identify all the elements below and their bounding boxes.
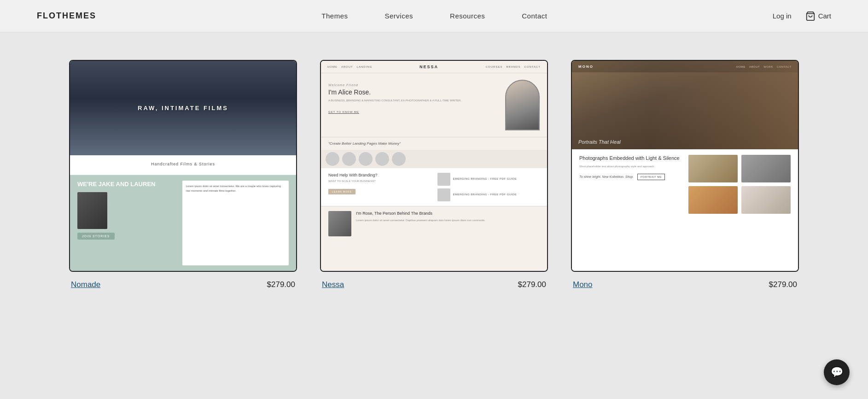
mono-cta-text: To shine bright. New Kollektion. Shop. [579, 175, 634, 179]
main-nav: Themes Services Resources Contact [321, 12, 547, 20]
nomade-info: Nomade $279.00 [69, 280, 297, 289]
nessa-hero: Welcome Friend I'm Alice Rose. A BUSINES… [321, 73, 547, 137]
nomade-price: $279.00 [267, 280, 295, 289]
mono-content-right [688, 155, 791, 265]
mono-img-row-2 [688, 186, 791, 214]
mono-content-left: Photographs Embedded with Light & Silenc… [579, 155, 682, 265]
mono-hero: MONO HOME ABOUT WORK CONTACT Portraits T… [572, 61, 798, 149]
nav-services[interactable]: Services [385, 12, 414, 20]
product-card-nessa: HOME ABOUT LANDING NESSA COURSES BRANDS … [320, 60, 548, 289]
nessa-price: $279.00 [518, 280, 546, 289]
nessa-cta: GET TO KNOW ME [328, 111, 359, 114]
nomade-cta-btn: JOIN STORIES [77, 233, 115, 240]
mono-img-row-1 [688, 155, 791, 182]
nessa-nav-left: HOME ABOUT LANDING [327, 65, 372, 68]
mono-thumbnail[interactable]: MONO HOME ABOUT WORK CONTACT Portraits T… [571, 60, 799, 272]
nomade-hero-text: RAW, INTIMATE FILMS [138, 105, 228, 111]
nomade-preview: RAW, INTIMATE FILMS Handcrafted Films & … [70, 61, 296, 271]
nomade-bottom-right: Lorem ipsum dolor sit amet consectetur. … [182, 181, 289, 265]
nessa-service-right: EMERGING BRANDING - FREE PDF GUIDE EMERG… [437, 173, 540, 201]
nomade-name[interactable]: Nomade [71, 280, 100, 289]
nessa-about-text: I'm Rose, The Person Behind The Brands L… [356, 211, 540, 236]
product-card-mono: MONO HOME ABOUT WORK CONTACT Portraits T… [571, 60, 799, 289]
nessa-about-img [328, 211, 351, 236]
nessa-service-sub: WANT TO SCALE YOUR BUSINESS? [328, 179, 431, 183]
mono-cta-row: To shine bright. New Kollektion. Shop. P… [579, 174, 682, 180]
nessa-nav-link-6: CONTACT [524, 65, 541, 68]
mono-img-3 [688, 186, 738, 214]
login-link[interactable]: Log in [773, 12, 792, 20]
nessa-nav-logo: NESSA [419, 65, 438, 69]
site-logo[interactable]: FLOTHEMES [37, 11, 96, 21]
mono-content-text: Short placeholder text about photography… [579, 164, 682, 169]
nessa-social-1 [326, 152, 339, 166]
nessa-preview: HOME ABOUT LANDING NESSA COURSES BRANDS … [321, 61, 547, 271]
nessa-social-2 [342, 152, 356, 166]
nessa-nav-link-3: LANDING [357, 65, 373, 68]
mono-img-1 [688, 155, 738, 182]
nav-contact[interactable]: Contact [522, 12, 547, 20]
nessa-nav: HOME ABOUT LANDING NESSA COURSES BRANDS … [321, 61, 547, 73]
mono-person-shape [651, 61, 798, 149]
nessa-nav-right: COURSES BRANDS CONTACT [486, 65, 541, 68]
nomade-desc: Lorem ipsum dolor sit amet consectetur. … [186, 184, 285, 193]
nessa-guide-2: EMERGING BRANDING - FREE PDF GUIDE [437, 188, 540, 201]
nav-themes[interactable]: Themes [321, 12, 348, 20]
nomade-bottom: WE'RE JAKE AND LAUREN JOIN STORIES Lorem… [70, 175, 296, 271]
nomade-big-text: WE'RE JAKE AND LAUREN [77, 181, 177, 188]
chat-button[interactable]: 💬 [824, 359, 850, 385]
nessa-info: Nessa $279.00 [320, 280, 548, 289]
nessa-about: I'm Rose, The Person Behind The Brands L… [321, 206, 547, 241]
nessa-guide-img-2 [437, 188, 450, 201]
header-right: Log in Cart [773, 11, 831, 21]
nessa-desc: A BUSINESS, BRANDING & MARKETING CONSULT… [328, 99, 500, 103]
nessa-social-4 [375, 152, 389, 166]
mono-content-title: Photographs Embedded with Light & Silenc… [579, 155, 682, 162]
nessa-social-5 [392, 152, 406, 166]
nessa-thumbnail[interactable]: HOME ABOUT LANDING NESSA COURSES BRANDS … [320, 60, 548, 272]
product-grid: RAW, INTIMATE FILMS Handcrafted Films & … [69, 60, 799, 289]
mono-hero-caption: Portraits That Heal [578, 139, 621, 145]
nessa-portrait [505, 80, 540, 130]
nav-resources[interactable]: Resources [450, 12, 485, 20]
nessa-guide-img-1 [437, 173, 450, 186]
mono-content: Photographs Embedded with Light & Silenc… [572, 149, 798, 271]
product-card-nomade: RAW, INTIMATE FILMS Handcrafted Films & … [69, 60, 297, 289]
chat-icon: 💬 [831, 366, 843, 378]
mono-img-2 [741, 155, 791, 182]
mono-preview: MONO HOME ABOUT WORK CONTACT Portraits T… [572, 61, 798, 271]
nessa-name-label[interactable]: Nessa [322, 280, 344, 289]
nessa-name: I'm Alice Rose. [328, 88, 500, 96]
mono-cta-btn: PORTRAIT ME [637, 174, 665, 180]
nomade-photo [77, 192, 107, 229]
nessa-social [321, 150, 547, 168]
mono-img-4 [741, 186, 791, 214]
mono-info: Mono $279.00 [571, 280, 799, 289]
cart-icon [805, 11, 816, 21]
nessa-service-left: Need Help With Branding? WANT TO SCALE Y… [328, 173, 431, 201]
nomade-bottom-left: WE'RE JAKE AND LAUREN JOIN STORIES [77, 181, 177, 265]
main-content: RAW, INTIMATE FILMS Handcrafted Films & … [0, 32, 868, 326]
nessa-hero-text: Welcome Friend I'm Alice Rose. A BUSINES… [328, 80, 500, 130]
nessa-services: Need Help With Branding? WANT TO SCALE Y… [321, 168, 547, 206]
cart-label: Cart [818, 12, 831, 20]
site-header: FLOTHEMES Themes Services Resources Cont… [0, 0, 868, 32]
nomade-middle: Handcrafted Films & Stories [70, 155, 296, 175]
nessa-greeting: Welcome Friend [328, 83, 500, 87]
nessa-guide-1: EMERGING BRANDING - FREE PDF GUIDE [437, 173, 540, 186]
mono-nav-logo: MONO [578, 65, 594, 69]
mono-name-label[interactable]: Mono [573, 280, 593, 289]
nessa-social-3 [359, 152, 373, 166]
nomade-hero: RAW, INTIMATE FILMS [70, 61, 296, 155]
nessa-guide-text-1: EMERGING BRANDING - FREE PDF GUIDE [453, 177, 517, 181]
nomade-thumbnail[interactable]: RAW, INTIMATE FILMS Handcrafted Films & … [69, 60, 297, 272]
nessa-service-btn: LEARN MORE [328, 189, 355, 194]
nessa-about-title: I'm Rose, The Person Behind The Brands [356, 211, 540, 217]
nessa-about-desc: Lorem ipsum dolor sit amet consectetur. … [356, 218, 540, 223]
nomade-middle-title: Handcrafted Films & Stories [78, 162, 288, 166]
nessa-nav-link-5: BRANDS [506, 65, 520, 68]
nessa-nav-link-4: COURSES [486, 65, 503, 68]
nessa-nav-link-2: ABOUT [341, 65, 353, 68]
nessa-quote: "Create Better Landing Pages Make Money" [321, 137, 547, 150]
cart-link[interactable]: Cart [805, 11, 831, 21]
